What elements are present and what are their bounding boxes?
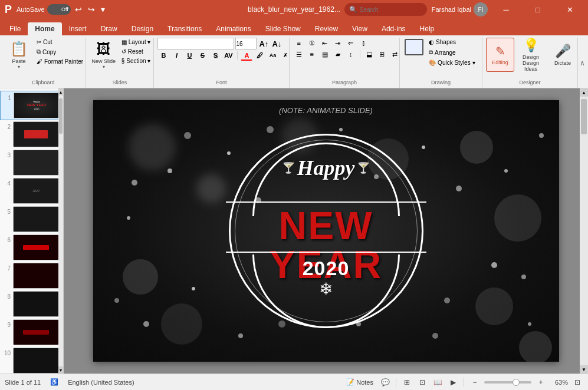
scroll-down-btn[interactable]: ▼ (58, 366, 63, 374)
notes-btn[interactable]: 📝 Notes (344, 377, 376, 387)
slide-thumb-1: Happy NEW YEAR 2020 (14, 92, 60, 118)
tab-home[interactable]: Home (28, 22, 61, 35)
slide-item-7[interactable]: 7 (0, 262, 63, 290)
more-cmds-btn[interactable]: ▾ (99, 5, 107, 14)
dictate-btn[interactable]: 🎤 Dictate (547, 38, 578, 72)
slidesorter-btn[interactable]: ⊡ (416, 376, 428, 388)
normal-view-btn[interactable]: ⊞ (401, 376, 413, 388)
tab-slideshow[interactable]: Slide Show (258, 22, 308, 35)
comments-btn[interactable]: 💬 (379, 376, 391, 388)
ribbon-collapse-btn[interactable]: ∧ (578, 38, 587, 88)
undo-btn[interactable]: ↩ (73, 5, 84, 14)
convert-btn[interactable]: ⇄ (389, 49, 401, 60)
bold-btn[interactable]: B (157, 50, 169, 61)
quickstyles-btn[interactable]: 🎨 Quick Styles ▾ (426, 58, 478, 67)
paste-btn[interactable]: 📋 Paste ▾ (5, 38, 33, 72)
text-highlight-btn[interactable]: 🖊 (254, 50, 265, 61)
justify-btn[interactable]: ▰ (332, 49, 344, 60)
close-btn[interactable]: ✕ (556, 0, 583, 19)
font-size-input[interactable] (235, 38, 257, 49)
smartart-btn[interactable]: ⊞ (376, 49, 388, 60)
scroll-thumb[interactable] (59, 98, 63, 134)
tab-animations[interactable]: Animations (209, 22, 258, 35)
shadow-btn[interactable]: S (209, 50, 221, 61)
case-btn[interactable]: Aa (267, 50, 278, 61)
layout-label: Layout ▾ (129, 39, 151, 45)
bullet-list-btn[interactable]: ≡ (293, 38, 305, 48)
editing-btn[interactable]: ✎ Editing (486, 38, 514, 72)
design-ideas-btn[interactable]: 💡 Design Design Ideas (515, 38, 546, 72)
slide-item-6[interactable]: 6 (0, 233, 63, 262)
align-right-btn[interactable]: ▤ (319, 49, 331, 60)
accessibility-btn[interactable]: ♿ (48, 377, 61, 387)
copy-btn[interactable]: ⧉Copy (34, 47, 86, 57)
numbered-list-btn[interactable]: ① (306, 38, 318, 48)
italic-btn[interactable]: I (170, 50, 182, 61)
fit-slide-btn[interactable]: ⊡ (571, 376, 583, 388)
zoom-out-btn[interactable]: − (469, 376, 481, 388)
tab-transitions[interactable]: Transitions (160, 22, 209, 35)
tab-insert[interactable]: Insert (62, 22, 94, 35)
align-left-btn[interactable]: ☰ (293, 49, 305, 60)
cut-btn[interactable]: ✂Cut (34, 38, 86, 47)
maximize-btn[interactable]: □ (524, 0, 551, 19)
decrease-font-btn[interactable]: A↓ (271, 38, 282, 49)
slide-panel-scrollbar[interactable]: ▲ ▼ (58, 88, 63, 374)
redo-btn[interactable]: ↪ (86, 5, 97, 14)
section-btn[interactable]: §Section ▾ (119, 57, 153, 65)
slide-item-5[interactable]: 5 (0, 205, 63, 233)
arrange-btn[interactable]: ⧉ Arrange (426, 48, 478, 57)
paste-icon: 📋 (10, 41, 28, 57)
shape-rect[interactable] (403, 38, 425, 67)
canvas-vscrollbar[interactable]: ▲ ▼ (580, 88, 588, 374)
slide-item-3[interactable]: 3 (0, 148, 63, 177)
rtl-btn[interactable]: ⇐ (345, 38, 357, 48)
decrease-indent-btn[interactable]: ⇤ (319, 38, 331, 48)
tab-review[interactable]: Review (308, 22, 345, 35)
valign-btn[interactable]: ⬓ (363, 49, 375, 60)
charspacing-btn[interactable]: AV (222, 50, 234, 61)
slide-item-9[interactable]: 9 (0, 318, 63, 346)
font-color-btn[interactable]: A (241, 50, 252, 61)
autosave-toggle[interactable]: Off (47, 4, 71, 15)
tab-addins[interactable]: Add-ins (375, 22, 413, 35)
tab-design[interactable]: Design (124, 22, 160, 35)
scroll-up-btn[interactable]: ▲ (58, 88, 63, 95)
format-painter-label: Format Painter (44, 58, 83, 65)
presentation-btn[interactable]: ▶ (447, 376, 459, 388)
slide-item-8[interactable]: 8 (0, 290, 63, 318)
linespacing-btn[interactable]: ↕ (345, 49, 357, 60)
increase-font-btn[interactable]: A↑ (258, 38, 270, 49)
slide-item-4[interactable]: 4 2020 (0, 177, 63, 205)
underline-btn[interactable]: U (183, 50, 195, 61)
align-center-btn[interactable]: ≡ (306, 49, 318, 60)
search-box[interactable]: 🔍 (344, 3, 427, 16)
search-input[interactable] (360, 6, 422, 13)
tab-draw[interactable]: Draw (94, 22, 124, 35)
cols-btn[interactable]: ⫿ (358, 38, 370, 48)
reset-btn[interactable]: ↺Reset (119, 47, 153, 56)
new-slide-btn[interactable]: 🖼 New Slide ▾ (90, 38, 118, 72)
canvas-scroll-down[interactable]: ▼ (580, 365, 588, 374)
canvas-scroll-thumb[interactable] (581, 99, 587, 134)
status-left: Slide 1 of 11 ♿ English (United States) (5, 377, 134, 387)
strikethrough-btn[interactable]: S (196, 50, 208, 61)
minimize-btn[interactable]: ─ (492, 0, 520, 19)
zoom-slider[interactable] (484, 381, 531, 384)
reading-view-btn[interactable]: 📖 (432, 376, 444, 388)
increase-indent-btn[interactable]: ⇥ (332, 38, 344, 48)
zoom-in-btn[interactable]: + (535, 376, 547, 388)
slide-item-10[interactable]: 10 (0, 346, 63, 374)
zoom-thumb[interactable] (513, 379, 520, 386)
tab-file[interactable]: File (2, 22, 28, 35)
user-area[interactable]: Farshad Iqbal FI (432, 2, 488, 16)
canvas-scroll-up[interactable]: ▲ (580, 88, 588, 97)
slide-item-1[interactable]: 1 Happy NEW YEAR 2020 (0, 91, 63, 120)
tab-help[interactable]: Help (413, 22, 442, 35)
slide-item-2[interactable]: 2 (0, 120, 63, 148)
layout-btn[interactable]: ▦Layout ▾ (119, 38, 153, 47)
font-name-input[interactable] (157, 38, 234, 49)
tab-view[interactable]: View (345, 22, 375, 35)
shapes-btn[interactable]: ◐ Shapes (426, 38, 478, 47)
format-painter-btn[interactable]: 🖌Format Painter (34, 57, 86, 66)
